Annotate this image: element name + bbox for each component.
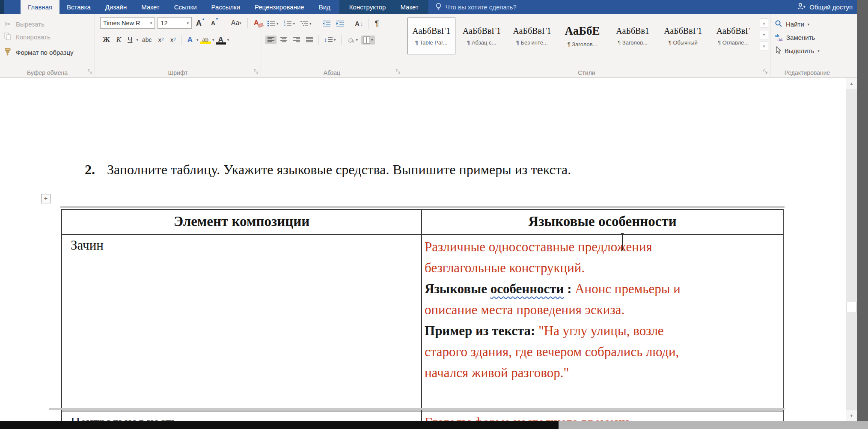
chevron-down-icon: ▾: [309, 21, 312, 26]
italic-button[interactable]: К: [114, 34, 124, 45]
align-right-button[interactable]: [291, 36, 302, 44]
chevron-down-icon: ▾: [150, 21, 152, 25]
style-sample: АаБбВвГ1: [463, 26, 501, 36]
tell-me-box[interactable]: Что вы хотите сделать?: [435, 0, 517, 14]
editing-group: Найти ▾ ab→ac Заменить Выделить ▾ Редакт…: [770, 14, 844, 77]
tab-view[interactable]: Вид: [312, 0, 338, 14]
vertical-scrollbar[interactable]: ▲ ▼: [846, 78, 857, 421]
cut-button[interactable]: ✂ Вырезать: [0, 18, 95, 30]
format-painter-label: Формат по образцу: [16, 49, 74, 56]
replace-button[interactable]: ab→ac Заменить: [775, 31, 844, 44]
select-button[interactable]: Выделить ▾: [775, 44, 844, 57]
justify-button[interactable]: [304, 36, 315, 44]
tab-mailings[interactable]: Рассылки: [204, 0, 247, 14]
style-sample: АаБбВвГ1: [513, 26, 551, 36]
search-icon: [775, 20, 782, 29]
tab-table-design[interactable]: Конструктор: [342, 0, 393, 14]
style-sample: АаБбВвГ: [716, 26, 750, 36]
cell-element-central[interactable]: Центральная часть: [62, 411, 422, 421]
font-size-select[interactable]: 12 ▾: [158, 17, 192, 29]
cell-features-central[interactable]: Глаголы форме настоящего времени: [422, 411, 783, 421]
subscript-base: x: [158, 34, 162, 45]
separator: [369, 18, 369, 29]
chevron-down-icon[interactable]: ▾: [136, 38, 138, 42]
sort-button[interactable]: А↓: [354, 19, 365, 28]
tab-home[interactable]: Главная: [21, 0, 59, 14]
style-card-normal[interactable]: АаБбВвГ1 ¶ Обычный: [659, 18, 707, 54]
font-name-select[interactable]: Times New R ▾: [100, 17, 155, 29]
style-card-table-paragraph[interactable]: АаБбВвГ1 ¶ Table Par...: [407, 18, 455, 54]
bold-button[interactable]: Ж: [100, 34, 113, 45]
clear-formatting-button[interactable]: А: [252, 18, 261, 28]
cell-features-zachin[interactable]: Различные односоставные предложения безг…: [422, 235, 783, 411]
styles-scroll-down-button[interactable]: ▼: [760, 30, 768, 39]
header-cell-element[interactable]: Элемент композиции: [62, 210, 422, 234]
chevron-down-icon[interactable]: ▾: [227, 38, 229, 42]
find-button[interactable]: Найти ▾: [775, 18, 844, 31]
font-dialog-launcher[interactable]: [254, 68, 259, 75]
share-person-icon: [797, 3, 806, 12]
multilevel-list-button[interactable]: ▾: [298, 19, 313, 28]
superscript-mark: 2: [173, 34, 176, 45]
highlight-button[interactable]: ab: [200, 36, 211, 44]
clipboard-dialog-launcher[interactable]: [88, 68, 92, 75]
styles-scroll-up-button[interactable]: ▲: [760, 18, 768, 28]
font-group: Times New R ▾ 12 ▾ А▲ А▼ Aa▾: [95, 14, 261, 77]
tab-review[interactable]: Рецензирование: [247, 0, 312, 14]
chevron-down-icon[interactable]: ▾: [212, 38, 214, 42]
tab-layout[interactable]: Макет: [134, 0, 166, 14]
chevron-down-icon: ▾: [293, 21, 295, 26]
scissors-icon: ✂: [3, 20, 12, 29]
styles-more-button[interactable]: ▼: [760, 42, 768, 51]
scrollbar-thumb[interactable]: [847, 302, 856, 313]
task-heading: 2.Заполните таблицу. Укажите языковые ср…: [85, 162, 571, 178]
shading-button[interactable]: ▾: [345, 36, 360, 44]
styles-dialog-launcher[interactable]: [763, 68, 768, 75]
table-tools-tab-group: Конструктор Макет: [339, 0, 428, 14]
text-effects-button[interactable]: А: [185, 34, 195, 45]
superscript-base: x: [170, 34, 174, 45]
copy-button[interactable]: Копировать: [0, 30, 95, 43]
header-cell-features[interactable]: Языковые особенности: [422, 210, 783, 234]
superscript-button[interactable]: x2: [168, 34, 178, 45]
increase-indent-button[interactable]: [334, 19, 346, 28]
style-card-heading2[interactable]: АаБбВв1 ¶ Заголов...: [609, 18, 657, 54]
shrink-font-button[interactable]: А▼: [209, 18, 220, 28]
format-painter-button[interactable]: Формат по образцу: [0, 46, 95, 59]
style-card-heading1[interactable]: АаБбЕ ¶ Заголов...: [559, 18, 606, 54]
cell-element-zachin[interactable]: Зачин: [62, 235, 422, 411]
style-card-paragraph[interactable]: АаБбВвГ1 ¶ Абзац с...: [458, 18, 506, 54]
tab-table-layout[interactable]: Макет: [393, 0, 425, 14]
align-left-button[interactable]: [265, 36, 276, 44]
scroll-up-button[interactable]: ▲: [846, 78, 857, 89]
line-spacing-button[interactable]: ↕ ▾: [322, 36, 338, 44]
tab-design[interactable]: Дизайн: [98, 0, 134, 14]
bullet-list-button[interactable]: ▾: [265, 19, 280, 28]
decrease-indent-button[interactable]: [321, 19, 333, 28]
style-card-no-spacing[interactable]: АаБбВвГ1 ¶ Без инте...: [508, 18, 556, 54]
grow-font-button[interactable]: А▲: [194, 18, 207, 28]
separator: [225, 18, 225, 28]
subscript-button[interactable]: x2: [156, 34, 166, 45]
chevron-down-icon[interactable]: ▾: [196, 38, 199, 42]
align-center-button[interactable]: [278, 36, 289, 44]
font-color-button[interactable]: А: [216, 35, 226, 45]
strikethrough-button[interactable]: abc: [140, 34, 155, 45]
document-canvas[interactable]: 2.Заполните таблицу. Укажите языковые ср…: [0, 78, 846, 421]
style-card-toc[interactable]: АаБбВвГ ¶ Оглавле...: [709, 18, 757, 54]
tab-insert[interactable]: Вставка: [59, 0, 98, 14]
show-marks-button[interactable]: ¶: [372, 19, 382, 28]
style-name: ¶ Оглавле...: [718, 39, 749, 46]
share-button[interactable]: Общий доступ: [797, 0, 853, 14]
paragraph-dialog-launcher[interactable]: [396, 68, 401, 75]
change-case-letters: Aa: [231, 18, 240, 28]
table-move-handle[interactable]: +: [41, 194, 51, 203]
scroll-down-button[interactable]: ▼: [846, 410, 857, 421]
table-grid: Элемент композиции Языковые особенности …: [61, 209, 784, 421]
tab-references[interactable]: Ссылки: [167, 0, 204, 14]
numbered-list-button[interactable]: ▾: [282, 19, 297, 28]
change-case-button[interactable]: Aa▾: [229, 18, 243, 28]
underline-button[interactable]: Ч: [125, 34, 135, 45]
table-row: Зачин Различные односоставные предложени…: [62, 234, 783, 411]
borders-button[interactable]: ▾: [361, 36, 375, 45]
